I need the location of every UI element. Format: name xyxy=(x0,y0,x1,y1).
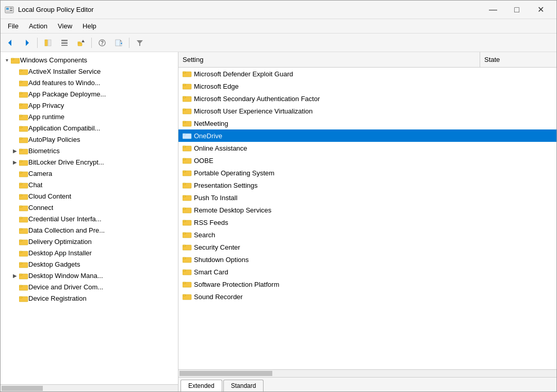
tree-item-2[interactable]: App Package Deployme... xyxy=(1,88,178,100)
expand-icon-biometrics[interactable]: ▶ xyxy=(11,146,19,155)
svg-rect-71 xyxy=(183,84,186,86)
title-bar: Local Group Policy Editor — □ ✕ xyxy=(1,1,556,19)
folder-icon-connect xyxy=(19,203,28,211)
folder-icon-devicedriver xyxy=(19,283,28,291)
tree-item-connect[interactable]: Connect xyxy=(1,202,178,213)
svg-rect-8 xyxy=(48,40,51,46)
tree-label-connect: Connect xyxy=(28,204,53,211)
folder-icon-row xyxy=(183,156,192,166)
table-row[interactable]: OneDrive xyxy=(178,129,556,142)
tree-item-1[interactable]: Add features to Windo... xyxy=(1,77,178,88)
tab-bar: Extended Standard xyxy=(178,377,556,391)
hscroll-thumb[interactable] xyxy=(179,371,272,376)
svg-rect-101 xyxy=(183,270,186,271)
table-row[interactable]: Online Assistance xyxy=(178,142,556,154)
help-button[interactable]: ? xyxy=(94,36,110,50)
tree-label-biometrics: Biometrics xyxy=(28,147,60,155)
folder-icon-row xyxy=(183,119,192,128)
svg-rect-10 xyxy=(61,42,68,44)
svg-rect-31 xyxy=(19,92,22,94)
expand-icon-desktopwindow[interactable]: ▶ xyxy=(11,271,19,280)
tree-item-6[interactable]: AutoPlay Policies xyxy=(1,134,178,145)
svg-rect-1 xyxy=(6,8,9,10)
table-row[interactable]: Push To Install xyxy=(178,191,556,204)
svg-rect-85 xyxy=(183,171,186,172)
tree-item-delivery[interactable]: Delivery Optimization xyxy=(1,236,178,247)
tree-container[interactable]: ▾ Windows Components xyxy=(1,52,178,384)
menu-view[interactable]: View xyxy=(53,21,77,31)
folder-icon-0 xyxy=(19,67,28,75)
svg-rect-77 xyxy=(183,121,186,123)
tree-item-camera[interactable]: Camera xyxy=(1,168,178,179)
table-row[interactable]: NetMeeting xyxy=(178,117,556,129)
svg-rect-43 xyxy=(19,160,22,162)
row-label: Microsoft Edge xyxy=(194,83,480,90)
tree-item-chat[interactable]: Chat xyxy=(1,179,178,190)
show-scope-button[interactable] xyxy=(40,36,56,50)
svg-rect-2 xyxy=(10,8,12,9)
tab-standard[interactable]: Standard xyxy=(223,380,264,391)
table-row[interactable]: Shutdown Options xyxy=(178,253,556,266)
tree-hscrollbar[interactable] xyxy=(1,384,178,391)
menu-help[interactable]: Help xyxy=(77,21,102,31)
table-row[interactable]: RSS Feeds xyxy=(178,216,556,228)
table-row[interactable]: Smart Card xyxy=(178,266,556,278)
folder-icon-credential xyxy=(19,215,28,223)
row-label: Remote Desktop Services xyxy=(194,206,480,214)
svg-rect-87 xyxy=(183,183,186,185)
filter-button[interactable] xyxy=(132,36,148,50)
tree-item-devicedriver[interactable]: Device and Driver Com... xyxy=(1,281,178,292)
menu-file[interactable]: File xyxy=(3,21,24,31)
expand-icon-bitlocker[interactable]: ▶ xyxy=(11,158,19,166)
tree-hscroll-thumb[interactable] xyxy=(2,386,43,391)
folder-icon-row xyxy=(183,131,192,141)
tree-item-desktopwindow[interactable]: ▶ Desktop Window Mana... xyxy=(1,270,178,281)
tree-item-3[interactable]: App Privacy xyxy=(1,100,178,111)
tree-item-datacollection[interactable]: Data Collection and Pre... xyxy=(1,224,178,236)
row-label: Microsoft Defender Exploit Guard xyxy=(194,70,480,78)
tree-item-devicereg[interactable]: Device Registration xyxy=(1,292,178,304)
folder-icon-row xyxy=(183,143,192,153)
folder-icon-desktopgadgets xyxy=(19,260,28,268)
table-row[interactable]: Remote Desktop Services xyxy=(178,204,556,216)
maximize-button[interactable]: □ xyxy=(505,1,529,19)
back-button[interactable] xyxy=(3,36,18,50)
tree-item-desktopgadgets[interactable]: Desktop Gadgets xyxy=(1,258,178,270)
table-row[interactable]: Presentation Settings xyxy=(178,179,556,191)
view-button[interactable] xyxy=(57,36,72,50)
tree-item-0[interactable]: ActiveX Installer Service xyxy=(1,66,178,77)
tree-item-cloud[interactable]: Cloud Content xyxy=(1,190,178,202)
tree-item-5[interactable]: Application Compatibil... xyxy=(1,122,178,134)
forward-button[interactable] xyxy=(19,36,35,50)
tree-item-bitlocker[interactable]: ▶ BitLocker Drive Encrypt... xyxy=(1,156,178,168)
table-row[interactable]: Microsoft Defender Exploit Guard xyxy=(178,68,556,80)
table-row[interactable]: Portable Operating System xyxy=(178,167,556,179)
tree-item-4[interactable]: App runtime xyxy=(1,111,178,122)
tree-item-windows-components[interactable]: ▾ Windows Components xyxy=(1,54,178,66)
svg-rect-53 xyxy=(19,217,22,219)
table-row[interactable]: Microsoft Edge xyxy=(178,80,556,92)
export-button[interactable] xyxy=(111,36,126,50)
main-content: ▾ Windows Components xyxy=(1,52,556,391)
up-button[interactable] xyxy=(73,36,89,50)
table-row[interactable]: Microsoft User Experience Virtualization xyxy=(178,105,556,117)
table-row[interactable]: Sound Recorder xyxy=(178,290,556,303)
close-button[interactable]: ✕ xyxy=(529,1,552,19)
table-row[interactable]: Search xyxy=(178,228,556,241)
folder-icon-row xyxy=(183,255,192,265)
window-controls: — □ ✕ xyxy=(481,1,552,19)
table-row[interactable]: OOBE xyxy=(178,154,556,167)
table-row[interactable]: Microsoft Secondary Authentication Facto… xyxy=(178,92,556,105)
tree-item-biometrics[interactable]: ▶ Biometrics xyxy=(1,145,178,156)
minimize-button[interactable]: — xyxy=(481,1,505,19)
table-row[interactable]: Security Center xyxy=(178,241,556,253)
tab-extended[interactable]: Extended xyxy=(181,380,222,391)
svg-rect-11 xyxy=(61,45,68,46)
table-row[interactable]: Software Protection Platform xyxy=(178,278,556,290)
hscrollbar[interactable] xyxy=(178,370,556,377)
tree-item-desktopapp[interactable]: Desktop App Installer xyxy=(1,247,178,258)
table-content[interactable]: Microsoft Defender Exploit Guard Microso… xyxy=(178,68,556,369)
folder-icon-row xyxy=(183,205,192,215)
tree-item-credential[interactable]: Credential User Interfa... xyxy=(1,213,178,224)
menu-action[interactable]: Action xyxy=(24,21,53,31)
